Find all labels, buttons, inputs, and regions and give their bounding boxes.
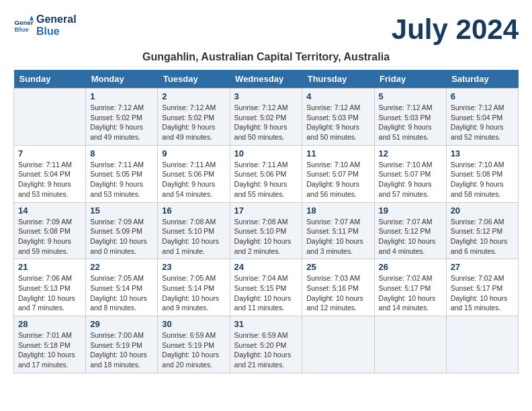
- day-number: 23: [162, 262, 225, 272]
- calendar-cell: 26Sunrise: 7:02 AM Sunset: 5:17 PM Dayli…: [374, 259, 446, 316]
- cell-info: Sunrise: 7:05 AM Sunset: 5:14 PM Dayligh…: [90, 273, 153, 313]
- day-number: 16: [162, 205, 225, 216]
- weekday-header-saturday: Saturday: [446, 70, 518, 89]
- day-number: 31: [234, 319, 298, 329]
- day-number: 15: [90, 205, 153, 216]
- cell-info: Sunrise: 6:59 AM Sunset: 5:19 PM Dayligh…: [162, 330, 225, 370]
- calendar-cell: 9Sunrise: 7:11 AM Sunset: 5:06 PM Daylig…: [158, 145, 230, 202]
- logo: General Blue General Blue: [13, 13, 77, 37]
- day-number: 30: [162, 319, 225, 329]
- calendar-cell: 28Sunrise: 7:01 AM Sunset: 5:18 PM Dayli…: [14, 316, 86, 373]
- cell-info: Sunrise: 7:11 AM Sunset: 5:04 PM Dayligh…: [18, 160, 81, 199]
- calendar-cell: 8Sunrise: 7:11 AM Sunset: 5:05 PM Daylig…: [86, 145, 158, 202]
- calendar-cell: 4Sunrise: 7:12 AM Sunset: 5:03 PM Daylig…: [302, 89, 374, 146]
- calendar-cell: 10Sunrise: 7:11 AM Sunset: 5:06 PM Dayli…: [230, 145, 302, 202]
- calendar-cell: 1Sunrise: 7:12 AM Sunset: 5:02 PM Daylig…: [86, 89, 158, 146]
- calendar-cell: 7Sunrise: 7:11 AM Sunset: 5:04 PM Daylig…: [14, 145, 86, 202]
- cell-info: Sunrise: 7:12 AM Sunset: 5:03 PM Dayligh…: [306, 103, 369, 142]
- calendar-cell: 19Sunrise: 7:07 AM Sunset: 5:12 PM Dayli…: [374, 202, 446, 259]
- calendar-cell: 30Sunrise: 6:59 AM Sunset: 5:19 PM Dayli…: [158, 316, 230, 373]
- weekday-header-friday: Friday: [374, 70, 446, 89]
- calendar-cell: 29Sunrise: 7:00 AM Sunset: 5:19 PM Dayli…: [86, 316, 158, 373]
- calendar-cell: [14, 89, 86, 146]
- calendar-cell: [302, 316, 374, 373]
- cell-info: Sunrise: 7:07 AM Sunset: 5:11 PM Dayligh…: [306, 217, 369, 257]
- day-number: 25: [306, 262, 369, 272]
- day-number: 10: [234, 148, 298, 158]
- calendar-week-row: 14Sunrise: 7:09 AM Sunset: 5:08 PM Dayli…: [14, 202, 519, 259]
- weekday-header-tuesday: Tuesday: [158, 70, 230, 89]
- day-number: 29: [90, 319, 153, 329]
- cell-info: Sunrise: 7:10 AM Sunset: 5:07 PM Dayligh…: [379, 160, 442, 199]
- cell-info: Sunrise: 7:12 AM Sunset: 5:03 PM Dayligh…: [379, 103, 442, 142]
- cell-info: Sunrise: 7:11 AM Sunset: 5:06 PM Dayligh…: [162, 160, 225, 199]
- day-number: 4: [306, 91, 369, 101]
- day-number: 2: [162, 91, 225, 101]
- day-number: 19: [379, 205, 442, 216]
- calendar-cell: 13Sunrise: 7:10 AM Sunset: 5:08 PM Dayli…: [446, 145, 518, 202]
- calendar-cell: 3Sunrise: 7:12 AM Sunset: 5:02 PM Daylig…: [230, 89, 302, 146]
- cell-info: Sunrise: 7:08 AM Sunset: 5:10 PM Dayligh…: [162, 217, 225, 257]
- cell-info: Sunrise: 7:02 AM Sunset: 5:17 PM Dayligh…: [451, 273, 514, 313]
- calendar-cell: [446, 316, 518, 373]
- calendar-week-row: 21Sunrise: 7:06 AM Sunset: 5:13 PM Dayli…: [14, 259, 519, 316]
- logo-icon: General Blue: [13, 15, 34, 36]
- day-number: 27: [451, 262, 514, 272]
- calendar-cell: 17Sunrise: 7:08 AM Sunset: 5:10 PM Dayli…: [230, 202, 302, 259]
- calendar-cell: 2Sunrise: 7:12 AM Sunset: 5:02 PM Daylig…: [158, 89, 230, 146]
- day-number: 5: [379, 91, 442, 101]
- svg-marker-2: [30, 15, 34, 21]
- day-number: 7: [18, 148, 81, 158]
- cell-info: Sunrise: 7:01 AM Sunset: 5:18 PM Dayligh…: [18, 330, 81, 370]
- calendar-cell: 12Sunrise: 7:10 AM Sunset: 5:07 PM Dayli…: [374, 145, 446, 202]
- cell-info: Sunrise: 7:10 AM Sunset: 5:07 PM Dayligh…: [306, 160, 369, 199]
- cell-info: Sunrise: 7:10 AM Sunset: 5:08 PM Dayligh…: [451, 160, 514, 199]
- calendar-body: 1Sunrise: 7:12 AM Sunset: 5:02 PM Daylig…: [14, 89, 519, 373]
- day-number: 18: [306, 205, 369, 216]
- day-number: 24: [234, 262, 298, 272]
- cell-info: Sunrise: 7:12 AM Sunset: 5:02 PM Dayligh…: [234, 103, 298, 142]
- calendar-cell: 31Sunrise: 6:59 AM Sunset: 5:20 PM Dayli…: [230, 316, 302, 373]
- cell-info: Sunrise: 7:00 AM Sunset: 5:19 PM Dayligh…: [90, 330, 153, 370]
- cell-info: Sunrise: 7:07 AM Sunset: 5:12 PM Dayligh…: [379, 217, 442, 257]
- cell-info: Sunrise: 7:09 AM Sunset: 5:08 PM Dayligh…: [18, 217, 81, 257]
- logo-text: General Blue: [36, 13, 77, 37]
- calendar-week-row: 1Sunrise: 7:12 AM Sunset: 5:02 PM Daylig…: [14, 89, 519, 146]
- day-number: 20: [451, 205, 514, 216]
- day-number: 22: [90, 262, 153, 272]
- calendar-cell: 15Sunrise: 7:09 AM Sunset: 5:09 PM Dayli…: [86, 202, 158, 259]
- calendar-cell: 24Sunrise: 7:04 AM Sunset: 5:15 PM Dayli…: [230, 259, 302, 316]
- cell-info: Sunrise: 7:12 AM Sunset: 5:02 PM Dayligh…: [162, 103, 225, 142]
- weekday-header-monday: Monday: [86, 70, 158, 89]
- day-number: 9: [162, 148, 225, 158]
- calendar-cell: 20Sunrise: 7:06 AM Sunset: 5:12 PM Dayli…: [446, 202, 518, 259]
- cell-info: Sunrise: 7:09 AM Sunset: 5:09 PM Dayligh…: [90, 217, 153, 257]
- cell-info: Sunrise: 7:11 AM Sunset: 5:05 PM Dayligh…: [90, 160, 153, 199]
- cell-info: Sunrise: 7:06 AM Sunset: 5:13 PM Dayligh…: [18, 273, 81, 313]
- calendar-table: SundayMondayTuesdayWednesdayThursdayFrid…: [13, 70, 519, 373]
- cell-info: Sunrise: 7:12 AM Sunset: 5:04 PM Dayligh…: [451, 103, 514, 142]
- cell-info: Sunrise: 7:04 AM Sunset: 5:15 PM Dayligh…: [234, 273, 298, 313]
- day-number: 28: [18, 319, 81, 329]
- day-number: 26: [379, 262, 442, 272]
- day-number: 13: [451, 148, 514, 158]
- calendar-cell: 11Sunrise: 7:10 AM Sunset: 5:07 PM Dayli…: [302, 145, 374, 202]
- cell-info: Sunrise: 6:59 AM Sunset: 5:20 PM Dayligh…: [234, 330, 298, 370]
- calendar-cell: 16Sunrise: 7:08 AM Sunset: 5:10 PM Dayli…: [158, 202, 230, 259]
- weekday-header-wednesday: Wednesday: [230, 70, 302, 89]
- calendar-cell: 6Sunrise: 7:12 AM Sunset: 5:04 PM Daylig…: [446, 89, 518, 146]
- day-number: 12: [379, 148, 442, 158]
- day-number: 1: [90, 91, 153, 101]
- calendar-cell: 25Sunrise: 7:03 AM Sunset: 5:16 PM Dayli…: [302, 259, 374, 316]
- day-number: 21: [18, 262, 81, 272]
- weekday-header-sunday: Sunday: [14, 70, 86, 89]
- day-number: 11: [306, 148, 369, 158]
- cell-info: Sunrise: 7:11 AM Sunset: 5:06 PM Dayligh…: [234, 160, 298, 199]
- calendar-cell: 22Sunrise: 7:05 AM Sunset: 5:14 PM Dayli…: [86, 259, 158, 316]
- weekday-header-thursday: Thursday: [302, 70, 374, 89]
- calendar-cell: [374, 316, 446, 373]
- cell-info: Sunrise: 7:02 AM Sunset: 5:17 PM Dayligh…: [379, 273, 442, 313]
- day-number: 17: [234, 205, 298, 216]
- calendar-cell: 21Sunrise: 7:06 AM Sunset: 5:13 PM Dayli…: [14, 259, 86, 316]
- page-header: General Blue General Blue July 2024: [13, 13, 519, 46]
